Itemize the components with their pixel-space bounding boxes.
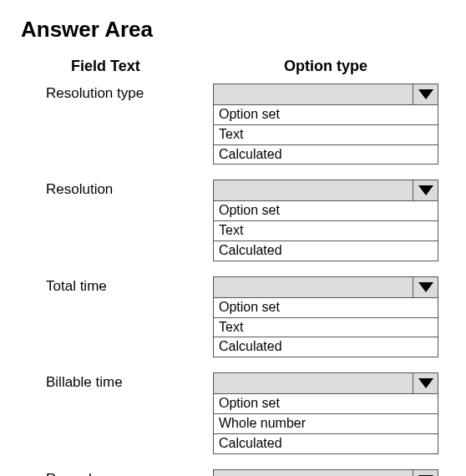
chevron-down-icon[interactable]: [413, 84, 438, 104]
dropdown-selected: [214, 180, 413, 200]
field-label: Billable time: [21, 372, 213, 391]
row-total-time: Total time Option set Text Calculated: [21, 276, 445, 357]
chevron-down-icon[interactable]: [413, 373, 438, 393]
dropdown-option[interactable]: Calculated: [213, 145, 438, 165]
dropdown-option[interactable]: Text: [213, 125, 438, 145]
dropdown-option[interactable]: Calculated: [213, 241, 438, 261]
dropdown-option[interactable]: Calculated: [213, 434, 438, 454]
field-label: Total time: [21, 276, 213, 295]
chevron-down-icon[interactable]: [413, 277, 438, 297]
chevron-down-icon[interactable]: [413, 180, 438, 200]
dropdown-header[interactable]: [213, 84, 438, 105]
dropdown-option[interactable]: Option set: [213, 105, 438, 125]
dropdown-option[interactable]: Option set: [213, 201, 438, 221]
dropdown-block: Option set Text Calculated: [213, 469, 438, 476]
chevron-down-icon[interactable]: [413, 470, 438, 476]
dropdown-block: Option set Text Calculated: [213, 180, 438, 261]
row-billable-time: Billable time Option set Whole number Ca…: [21, 372, 445, 453]
dropdown-selected: [214, 373, 413, 393]
dropdown-option[interactable]: Calculated: [213, 337, 438, 357]
dropdown-option[interactable]: Whole number: [213, 414, 438, 434]
dropdown-option[interactable]: Text: [213, 318, 438, 338]
page-title: Answer Area: [21, 17, 445, 43]
field-label: Remarks: [21, 469, 213, 476]
dropdown-header[interactable]: [213, 276, 438, 298]
dropdown-option[interactable]: Option set: [213, 298, 438, 318]
dropdown-block: Option set Text Calculated: [213, 84, 438, 165]
header-field-text: Field Text: [21, 58, 213, 75]
dropdown-selected: [214, 84, 413, 104]
header-option-type: Option type: [213, 58, 438, 75]
dropdown-block: Option set Whole number Calculated: [213, 372, 438, 453]
row-resolution-type: Resolution type Option set Text Calculat…: [21, 84, 445, 165]
field-label: Resolution: [21, 180, 213, 198]
dropdown-selected: [214, 470, 413, 476]
dropdown-option[interactable]: Option set: [213, 394, 438, 414]
column-headers: Field Text Option type: [21, 58, 445, 75]
field-label: Resolution type: [21, 84, 213, 102]
dropdown-selected: [214, 277, 413, 297]
row-remarks: Remarks Option set Text Calculated: [21, 469, 445, 476]
dropdown-header[interactable]: [213, 469, 438, 476]
dropdown-block: Option set Text Calculated: [213, 276, 438, 357]
dropdown-header[interactable]: [213, 372, 438, 394]
row-resolution: Resolution Option set Text Calculated: [21, 180, 445, 261]
dropdown-header[interactable]: [213, 180, 438, 201]
dropdown-option[interactable]: Text: [213, 221, 438, 241]
